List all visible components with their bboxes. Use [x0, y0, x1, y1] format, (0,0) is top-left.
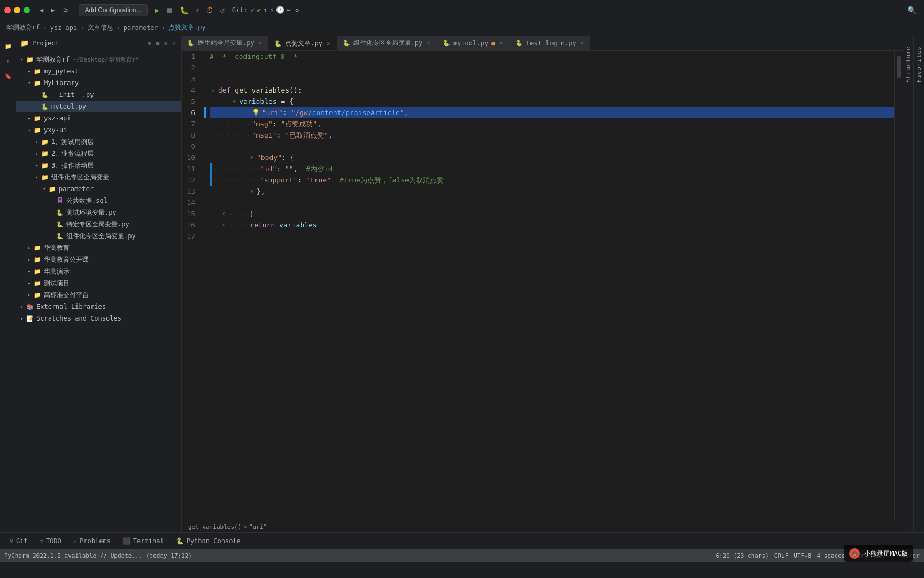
tree-item-init-py[interactable]: 🐍 __init__.py — [16, 89, 181, 101]
add-configuration-button[interactable]: Add Configuration... — [79, 4, 147, 16]
status-pycharm-update[interactable]: PyCharm 2022.1.2 available // Update... … — [4, 552, 192, 559]
git-check-icon[interactable]: ✓ — [251, 6, 255, 14]
status-encoding[interactable]: UTF-8 — [794, 552, 811, 559]
tree-arrow — [33, 139, 41, 144]
lightbulb-icon[interactable]: 💡 — [252, 107, 260, 118]
git-push-icon[interactable]: ↑ — [263, 6, 267, 14]
tree-item-demo[interactable]: 📁 华测演示 — [16, 265, 181, 277]
forward-button[interactable]: ▶ — [48, 5, 58, 15]
hide-panel-icon[interactable]: ✕ — [171, 39, 177, 48]
settings-button[interactable]: ⚙ — [292, 5, 302, 15]
tab-close-button[interactable]: ✕ — [580, 39, 586, 47]
tree-item-mytool-py[interactable]: 🐍 mytool.py — [16, 101, 181, 112]
code-content[interactable]: # -*- coding:utf-8 -*- ⊖ def get_variabl… — [204, 51, 894, 521]
favorites-sidebar[interactable]: Favorites — [913, 35, 924, 532]
breadcrumb-parameter[interactable]: parameter — [124, 24, 158, 32]
tab-mytool-py[interactable]: 🐍 mytool.py ● ✕ — [437, 36, 510, 50]
tree-item-mylibrary[interactable]: 📁 MyLibrary — [16, 77, 181, 89]
tree-item-huace-opencourse[interactable]: 📁 华测教育公开课 — [16, 254, 181, 265]
tree-item-my-pytest[interactable]: 📁 my_pytest — [16, 65, 181, 77]
tab-close-button[interactable]: ✕ — [498, 39, 504, 47]
minimize-button[interactable] — [14, 7, 20, 13]
close-button[interactable] — [4, 7, 11, 13]
profile-button[interactable]: ⏱ — [204, 5, 215, 16]
tree-item-test-project[interactable]: 📁 测试项目 — [16, 277, 181, 289]
window-controls[interactable] — [4, 7, 30, 13]
tree-item-business[interactable]: 📁 2、业务流程层 — [16, 148, 181, 159]
tab-praise-article-py[interactable]: 🐍 点赞文章.py ✕ — [269, 36, 337, 50]
git-fetch-icon[interactable]: ⚡ — [270, 6, 274, 14]
tree-item-component-var-py[interactable]: 🐍 组件化专区全局变量.py — [16, 230, 181, 242]
tree-item-label: 华测教育 — [44, 244, 70, 253]
breadcrumb-article-info[interactable]: 文章信息 — [88, 23, 113, 32]
tab-test-login-py[interactable]: 🐍 test_login.py ✕ — [510, 36, 591, 50]
maximize-button[interactable] — [24, 7, 30, 13]
tree-item-ysz-api[interactable]: 📁 ysz-api — [16, 112, 181, 124]
tab-close-button[interactable]: ✕ — [258, 39, 264, 47]
structure-sidebar[interactable]: Structure — [903, 35, 913, 532]
line-num-10: 10 — [182, 152, 199, 163]
rerun-button[interactable]: ↺ — [218, 5, 226, 16]
tab-close-button[interactable]: ✕ — [426, 39, 432, 47]
tab-doctor-py[interactable]: 🐍 医生站全局变量.py ✕ — [182, 36, 269, 50]
code-punct: (): — [289, 85, 302, 96]
tree-item-external-libs[interactable]: 📚 External Libraries — [16, 301, 181, 313]
code-line-15: ⊖ ···· } — [210, 208, 894, 219]
fold-icon-4[interactable]: ⊖ — [210, 87, 217, 94]
tab-close-button[interactable]: ✕ — [326, 40, 332, 48]
run-with-coverage-button[interactable]: ⚡ — [193, 5, 202, 16]
tree-item-sql-file[interactable]: 🗄 公共数据.sql — [16, 195, 181, 207]
tree-item-operations[interactable]: 📁 3、操作活动层 — [16, 159, 181, 171]
git-history-icon[interactable]: 🕐 — [276, 6, 284, 14]
fold-icon-16[interactable]: ⊖ — [220, 222, 228, 229]
tree-item-label: 特定专区全局变量.py — [66, 220, 129, 229]
bottom-tab-problems[interactable]: ⚠ Problems — [68, 534, 116, 548]
code-line-13: ⊖ }, — [210, 186, 894, 197]
bottom-tab-todo[interactable]: ☑ TODO — [34, 534, 67, 548]
locate-in-tree-icon[interactable]: ⊕ — [147, 39, 152, 48]
sidebar-tab-project[interactable]: 📁 — [2, 40, 14, 52]
tree-item-yxy-ui[interactable]: 📁 yxy-ui — [16, 124, 181, 136]
tree-item-test-cases[interactable]: 📁 1、测试用例层 — [16, 136, 181, 148]
back-button[interactable]: ◀ — [36, 5, 47, 15]
tree-item-scratches[interactable]: 📝 Scratches and Consoles — [16, 313, 181, 324]
tab-component-global-py[interactable]: 🐍 组件化专区全局变量.py ✕ — [337, 36, 437, 50]
debug-button[interactable]: 🐛 — [178, 5, 191, 16]
git-accept-icon[interactable]: ✔ — [257, 6, 261, 14]
sidebar-tab-commit[interactable]: ↑ — [2, 55, 14, 67]
bottom-tab-terminal[interactable]: ⬛ Terminal — [117, 534, 170, 548]
breadcrumb-project[interactable]: 华测教育rf — [6, 23, 40, 32]
right-scrollbar[interactable] — [894, 51, 903, 521]
fold-icon-15[interactable]: ⊖ — [220, 210, 228, 218]
stop-button[interactable]: ⏹ — [164, 5, 175, 16]
tree-item-huace-edu[interactable]: 📁 华测教育 — [16, 242, 181, 254]
settings-icon[interactable]: ⚙ — [163, 39, 169, 48]
code-line-10: ⊖ "body" : { — [210, 152, 894, 163]
folder-icon: 📁 — [33, 79, 42, 87]
tree-root[interactable]: 📁 华测教育rf ~/Desktop/华测教育rf — [16, 54, 181, 65]
code-editor[interactable]: 1 2 3 4 5 6 7 8 9 10 11 12 13 14 15 16 1… — [182, 51, 903, 521]
sidebar-tab-bookmark[interactable]: 🔖 — [2, 70, 14, 82]
run-button[interactable]: ▶ — [153, 5, 161, 16]
status-position[interactable]: 6:20 (23 chars) — [715, 552, 768, 559]
recent-files-button[interactable]: 🗂 — [59, 5, 72, 15]
breadcrumb-ysz-api[interactable]: ysz-api — [50, 24, 78, 32]
collapse-all-icon[interactable]: ≡ — [155, 39, 160, 48]
fold-icon-5[interactable]: ⊖ — [230, 98, 238, 105]
py-file-icon: 🐍 — [41, 102, 49, 111]
bottom-tab-git[interactable]: ⑂ Git — [4, 534, 33, 548]
status-indent[interactable]: 4 spaces — [817, 552, 845, 559]
search-everywhere-icon[interactable]: 🔍 — [904, 5, 920, 16]
fold-icon-13[interactable]: ⊖ — [248, 188, 256, 195]
tree-item-parameter[interactable]: 📁 parameter — [16, 183, 181, 195]
tree-item-special-var-py[interactable]: 🐍 特定专区全局变量.py — [16, 218, 181, 230]
favorites-label: Favorites — [915, 46, 922, 83]
status-line-sep[interactable]: CRLF — [774, 552, 789, 559]
tree-item-label: 测试环境变量.py — [66, 208, 117, 217]
git-revert-icon[interactable]: ↩ — [287, 6, 291, 14]
bottom-tab-python-console[interactable]: 🐍 Python Console — [171, 534, 246, 548]
tree-item-high-standard[interactable]: 📁 高标准交付平台 — [16, 289, 181, 301]
fold-icon-10[interactable]: ⊖ — [248, 154, 256, 162]
tree-item-test-env-py[interactable]: 🐍 测试环境变量.py — [16, 207, 181, 218]
tree-item-component-global[interactable]: 📁 组件化专区全局变量 — [16, 171, 181, 183]
